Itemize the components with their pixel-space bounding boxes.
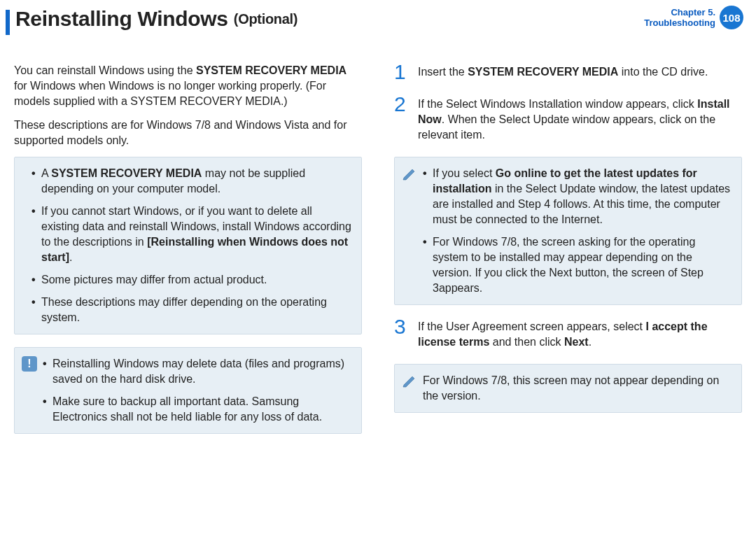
page-number-badge: 108 [720,6,743,29]
text: Insert the [418,66,468,78]
list-item: If you select Go online to get the lates… [423,166,732,227]
alert-icon: ! [22,356,37,372]
text: You can reinstall Windows using the [14,64,196,76]
list-item: These descriptions may differ depending … [31,295,351,325]
list-item: If you cannot start Windows, or if you w… [31,204,351,265]
step-number: 1 [394,63,410,81]
text-bold: SYSTEM RECOVERY MEDIA [468,66,618,78]
text: . [589,336,592,348]
step-body: If the User Agreement screen appears, se… [418,318,742,350]
left-column: You can reinstall Windows using the SYST… [14,63,362,522]
note-box-version: For Windows 7/8, this screen may not app… [394,364,742,413]
chapter-label: Chapter 5. Troubleshooting [644,7,715,28]
list-item: Reinstalling Windows may delete data (fi… [43,356,351,387]
text: A [41,167,51,179]
text: into the CD drive. [618,66,708,78]
step-body: If the Select Windows Installation windo… [418,95,742,143]
text-bold: SYSTEM RECOVERY MEDIA [51,167,202,179]
step-1: 1 Insert the SYSTEM RECOVERY MEDIA into … [394,63,742,81]
list-item: Make sure to backup all important data. … [43,394,351,425]
right-column: 1 Insert the SYSTEM RECOVERY MEDIA into … [394,63,742,522]
header-accent-bar [6,10,10,35]
caution-box: ! Reinstalling Windows may delete data (… [14,347,362,434]
title-subtitle: (Optional) [234,11,298,27]
note-icon [402,166,417,181]
note-box-general: A SYSTEM RECOVERY MEDIA may not be suppl… [14,157,362,334]
text: . [69,251,72,263]
intro-paragraph-1: You can reinstall Windows using the SYST… [14,63,362,109]
manual-page: Reinstalling Windows (Optional) Chapter … [0,0,756,536]
text: If the User Agreement screen appears, se… [418,320,646,332]
content-columns: You can reinstall Windows using the SYST… [14,63,742,522]
step-body: Insert the SYSTEM RECOVERY MEDIA into th… [418,63,742,81]
header-right: Chapter 5. Troubleshooting 108 [644,6,743,29]
step-number: 3 [394,318,410,350]
text-bold: SYSTEM RECOVERY MEDIA [196,64,346,76]
page-title: Reinstalling Windows (Optional) [15,7,298,31]
list-item: A SYSTEM RECOVERY MEDIA may not be suppl… [31,166,351,197]
text: for Windows when Windows is no longer wo… [14,80,326,107]
chapter-line-2: Troubleshooting [644,17,715,28]
text: If you select [433,167,496,179]
chapter-line-1: Chapter 5. [644,7,715,17]
text: and then click [489,336,564,348]
text-bold: Next [564,336,589,348]
note-icon [402,373,417,388]
list-item: Some pictures may differ from actual pro… [31,272,351,288]
step-2: 2 If the Select Windows Installation win… [394,95,742,143]
list-item: For Windows 7/8, the screen asking for t… [423,234,732,296]
note-box-update: If you select Go online to get the lates… [394,157,742,305]
text: . When the Select Update window appears,… [418,113,715,141]
note-text: For Windows 7/8, this screen may not app… [423,373,732,404]
step-3: 3 If the User Agreement screen appears, … [394,318,742,350]
title-main: Reinstalling Windows [15,7,228,30]
step-number: 2 [394,95,410,143]
intro-paragraph-2: These descriptions are for Windows 7/8 a… [14,118,362,148]
text: If the Select Windows Installation windo… [418,98,697,110]
